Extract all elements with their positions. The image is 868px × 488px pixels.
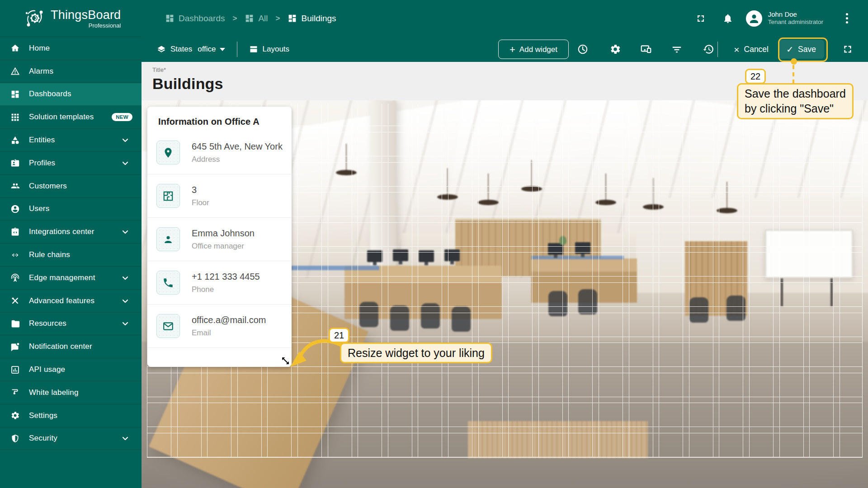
sidebar-item-customers[interactable]: Customers [0, 175, 142, 198]
breadcrumb-label: Dashboards [179, 14, 225, 23]
sidebar-item-label: Alarms [29, 67, 53, 76]
bar-chart-icon [10, 365, 20, 375]
fullscreen-button[interactable] [695, 13, 706, 24]
breadcrumb-buildings[interactable]: Buildings [288, 14, 336, 23]
sidebar-item-label: Settings [29, 411, 57, 420]
version-history-button[interactable] [703, 43, 714, 55]
cancel-label: Cancel [744, 45, 769, 54]
layouts-icon [249, 45, 258, 54]
entity-aliases-button[interactable] [640, 43, 652, 55]
state-value: office [198, 45, 216, 54]
account-circle-icon [10, 204, 20, 214]
sidebar-item-alarms[interactable]: Alarms [0, 60, 142, 83]
value-floor: 3 [192, 185, 209, 195]
sidebar-item-resources[interactable]: Resources [0, 313, 142, 336]
tutorial-step-22-line2: by clicking "Save" [745, 101, 846, 116]
filters-button[interactable] [671, 43, 683, 55]
sidebar-item-label: Users [29, 204, 49, 213]
caret-down-icon [220, 48, 225, 51]
timewindow-button[interactable] [577, 43, 589, 55]
sidebar-item-label: Customers [29, 182, 67, 191]
sidebar-item-api-usage[interactable]: API usage [0, 358, 142, 381]
gear-icon [609, 43, 621, 55]
label-floor: Floor [192, 198, 209, 207]
info-row-address: 645 5th Ave, New York Address [147, 131, 292, 174]
gear-icon [10, 411, 20, 420]
label-email: Email [192, 328, 266, 338]
sidebar-item-security[interactable]: Security [0, 427, 142, 450]
label-phone: Phone [192, 285, 260, 294]
sidebar-item-label: Edge management [29, 273, 95, 282]
user-menu[interactable]: John Doe Tenant administrator [768, 10, 823, 27]
more-menu-button[interactable] [844, 11, 850, 25]
sidebar-item-label: Integrations center [29, 227, 94, 236]
toolbar-divider [237, 42, 237, 57]
add-widget-label: Add widget [519, 45, 557, 54]
state-selector[interactable]: office [198, 45, 225, 54]
chevron-down-icon [121, 319, 130, 328]
sidebar-item-label: Entities [29, 136, 55, 145]
notifications-button[interactable] [722, 13, 733, 24]
app-logo[interactable]: ThingsBoard Professional [0, 0, 142, 37]
antenna-icon [10, 273, 20, 282]
info-row-floor: 3 Floor [147, 174, 292, 218]
chevron-down-icon [121, 159, 130, 168]
layouts-label: Layouts [263, 45, 290, 54]
sidebar-item-white-labeling[interactable]: White labeling [0, 381, 142, 404]
widget-info-office-a[interactable]: Information on Office A 645 5th Ave, New… [147, 107, 292, 367]
info-row-phone: +1 121 333 4455 Phone [147, 261, 292, 305]
label-manager: Office manager [192, 242, 255, 251]
sidebar-item-label: Home [29, 44, 50, 53]
bell-icon [722, 13, 733, 24]
sidebar-item-label: Security [29, 434, 57, 443]
avatar[interactable] [746, 10, 762, 27]
sidebar-item-users[interactable]: Users [0, 198, 142, 221]
sidebar-item-label: Notification center [29, 342, 92, 351]
cancel-button[interactable]: × Cancel [731, 44, 771, 55]
sidebar-item-edge-management[interactable]: Edge management [0, 267, 142, 290]
tools-icon [10, 296, 20, 305]
user-avatar-icon [747, 12, 761, 25]
layouts-button[interactable]: Layouts [249, 45, 290, 54]
sidebar-item-profiles[interactable]: Profiles [0, 152, 142, 175]
integration-icon [10, 227, 20, 237]
dashboard-canvas[interactable]: Information on Office A 645 5th Ave, New… [142, 100, 868, 488]
states-button[interactable]: States [157, 45, 192, 54]
tutorial-step-22-text: Save the dashboard by clicking "Save" [737, 83, 854, 119]
breadcrumb-separator: > [232, 14, 237, 23]
sidebar-item-settings[interactable]: Settings [0, 404, 142, 427]
sidebar-item-advanced-features[interactable]: Advanced features [0, 290, 142, 313]
expand-dashboard-button[interactable] [842, 43, 854, 55]
user-name: John Doe [768, 10, 823, 19]
sidebar-item-label: Rule chains [29, 250, 70, 259]
layers-icon [157, 45, 166, 54]
value-address: 645 5th Ave, New York [192, 141, 283, 152]
sidebar-item-home[interactable]: Home [0, 37, 142, 60]
breadcrumb-label: Buildings [301, 14, 336, 23]
person-icon [162, 234, 174, 245]
add-widget-button[interactable]: + Add widget [498, 40, 569, 59]
shield-icon [10, 434, 20, 443]
app-edition: Professional [89, 22, 121, 29]
sidebar-item-entities[interactable]: Entities [0, 129, 142, 152]
value-email: office.a@mail.com [192, 315, 266, 325]
chevron-down-icon [121, 227, 130, 236]
sidebar-item-label: API usage [29, 365, 65, 374]
sidebar-item-dashboards[interactable]: Dashboards [0, 83, 142, 106]
app-name: ThingsBoard [51, 8, 121, 22]
sidebar-item-integrations-center[interactable]: Integrations center [0, 221, 142, 244]
dashboard-settings-button[interactable] [609, 43, 621, 55]
header: Dashboards > All > Buildings John Doe Te… [142, 0, 868, 37]
location-pin-icon [162, 147, 174, 159]
breadcrumb-dashboards[interactable]: Dashboards [165, 14, 225, 23]
icon-tile [156, 227, 180, 251]
value-manager: Emma Johnson [192, 228, 255, 239]
chevron-down-icon [121, 136, 130, 145]
history-icon [703, 43, 714, 55]
sidebar-item-rule-chains[interactable]: Rule chains [0, 244, 142, 267]
breadcrumb-all[interactable]: All [245, 14, 268, 23]
sidebar-item-notification-center[interactable]: Notification center [0, 335, 142, 358]
sidebar-item-solution-templates[interactable]: Solution templates NEW [0, 106, 142, 129]
folder-icon [10, 319, 20, 328]
clock-icon [577, 43, 589, 55]
